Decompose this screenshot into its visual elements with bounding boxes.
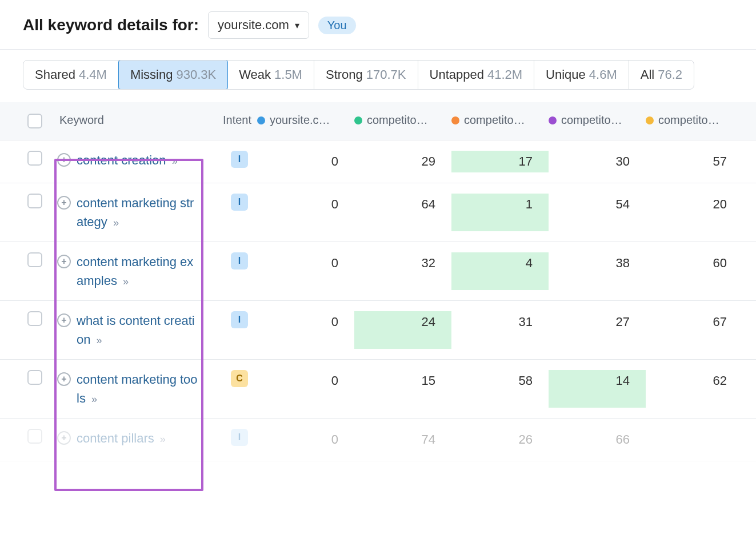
keyword-link[interactable]: content marketing examples » [77,252,200,290]
table-row: +content creation »I029173057 [0,140,756,183]
value-cell: 0 [257,370,354,408]
intent-cell: I [206,252,257,269]
intent-cell: I [206,429,257,446]
row-checkbox[interactable] [27,194,42,208]
intent-cell: I [206,311,257,328]
intent-cell: I [206,194,257,211]
expand-icon[interactable]: + [57,372,71,386]
open-icon: » [160,433,166,445]
row-checkbox[interactable] [27,429,42,444]
keyword-table: Keyword Intent yoursite.c… competito… co… [0,102,756,461]
intent-badge[interactable]: I [231,429,248,446]
expand-icon[interactable]: + [57,196,71,210]
intent-badge[interactable]: I [231,311,248,328]
keyword-link[interactable]: content marketing strategy » [77,194,200,231]
value-cell: 54 [549,194,646,231]
row-checkbox[interactable] [27,151,42,166]
keyword-cell: +content marketing strategy » [57,194,206,231]
value-cell: 4 [451,252,549,290]
page-title: All keyword details for: [23,16,199,34]
value-cell: 26 [451,429,549,450]
keyword-link[interactable]: content pillars » [77,429,166,448]
col-intent[interactable]: Intent [206,114,257,127]
col-site-3[interactable]: competito… [549,114,646,127]
value-cell: 29 [354,151,451,172]
row-checkbox[interactable] [27,311,42,326]
intent-badge[interactable]: I [231,252,248,269]
keyword-link[interactable]: content creation » [77,151,178,170]
keyword-cell: +content marketing examples » [57,252,206,290]
open-icon: » [172,155,178,167]
table-row: +what is content creation »I024312767 [0,301,756,360]
table-header: Keyword Intent yoursite.c… competito… co… [0,102,756,140]
value-cell: 62 [646,370,743,408]
table-row: +content marketing strategy »I06415420 [0,183,756,242]
chevron-down-icon: ▾ [295,20,299,31]
value-cell: 67 [646,311,743,349]
value-cell: 17 [451,151,549,172]
you-badge: You [318,17,356,34]
table-row: +content pillars »I0742666 [0,419,756,461]
col-keyword[interactable]: Keyword [57,114,206,127]
filter-tab-missing[interactable]: Missing930.3K [118,60,228,90]
keyword-cell: +content marketing tools » [57,370,206,408]
intent-badge[interactable]: C [231,370,248,387]
filter-tab-all[interactable]: All76.2 [629,61,694,89]
value-cell: 57 [646,151,743,172]
site-selector[interactable]: yoursite.com ▾ [208,11,309,39]
value-cell: 15 [354,370,451,408]
value-cell: 0 [257,252,354,290]
value-cell: 0 [257,194,354,231]
row-checkbox[interactable] [27,252,42,267]
expand-icon[interactable]: + [57,153,71,167]
expand-icon[interactable]: + [57,431,71,445]
intent-cell: I [206,151,257,168]
value-cell: 1 [451,194,549,231]
value-cell: 0 [257,429,354,450]
dot-icon [354,116,362,124]
dot-icon [646,116,654,124]
value-cell [646,429,743,450]
table-row: +content marketing examples »I03243860 [0,242,756,301]
open-icon: » [91,393,97,405]
filter-tab-shared[interactable]: Shared4.4M [23,61,119,89]
value-cell: 32 [354,252,451,290]
filter-tab-untapped[interactable]: Untapped41.2M [418,61,535,89]
expand-icon[interactable]: + [57,313,71,327]
keyword-cell: +content pillars » [57,429,206,448]
open-icon: » [97,335,102,346]
col-site-1[interactable]: competito… [354,114,451,127]
value-cell: 31 [451,311,549,349]
intent-badge[interactable]: I [231,151,248,168]
open-icon: » [123,276,129,287]
filter-tabs: Shared4.4MMissing930.3KWeak1.5MStrong170… [23,60,694,90]
intent-cell: C [206,370,257,387]
value-cell: 58 [451,370,549,408]
divider [0,49,756,50]
keyword-link[interactable]: content marketing tools » [77,370,200,408]
col-site-0[interactable]: yoursite.c… [257,114,354,127]
site-selector-value: yoursite.com [218,18,289,33]
intent-badge[interactable]: I [231,194,248,211]
value-cell: 38 [549,252,646,290]
value-cell: 27 [549,311,646,349]
value-cell: 66 [549,429,646,450]
value-cell: 74 [354,429,451,450]
expand-icon[interactable]: + [57,255,71,268]
col-site-4[interactable]: competito… [646,114,743,127]
select-all-checkbox[interactable] [27,114,42,128]
value-cell: 20 [646,194,743,231]
value-cell: 0 [257,151,354,172]
keyword-cell: +content creation » [57,151,206,170]
row-checkbox[interactable] [27,370,42,385]
dot-icon [451,116,459,124]
value-cell: 14 [549,370,646,408]
filter-tab-unique[interactable]: Unique4.6M [534,61,629,89]
value-cell: 24 [354,311,451,349]
filter-tab-weak[interactable]: Weak1.5M [227,61,314,89]
filter-tab-strong[interactable]: Strong170.7K [314,61,418,89]
open-icon: » [113,217,119,228]
col-site-2[interactable]: competito… [451,114,549,127]
value-cell: 60 [646,252,743,290]
keyword-link[interactable]: what is content creation » [77,311,200,349]
